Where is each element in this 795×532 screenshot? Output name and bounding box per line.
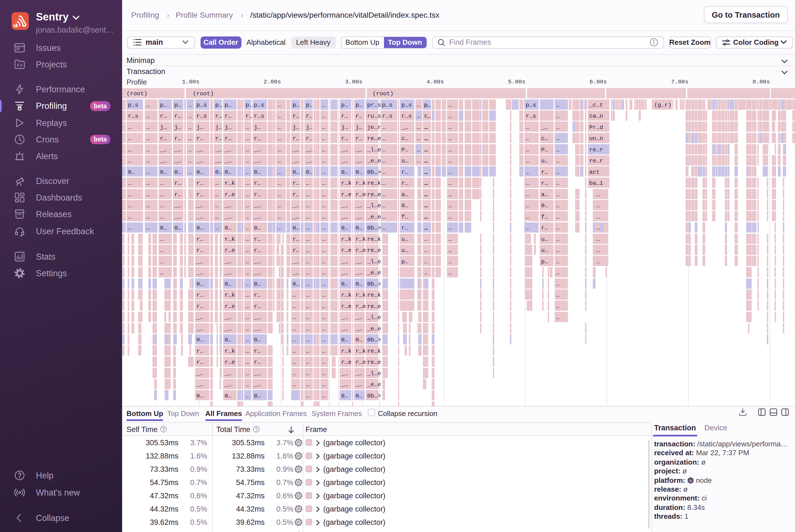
svg-text:r…k: r…k (225, 236, 235, 242)
svg-text:_e…e: _e…e (367, 157, 381, 164)
svg-text:…: … (306, 247, 309, 253)
svg-text:0…: 0… (128, 169, 135, 175)
svg-text:…: … (160, 236, 164, 242)
svg-text:…: … (292, 359, 296, 365)
svg-text:r…: r… (254, 303, 261, 309)
svg-text:…: … (322, 393, 325, 399)
svg-text:je…r: je…r (367, 124, 381, 130)
svg-text:_l…e: _l…e (367, 202, 381, 209)
svg-text:0…: 0… (306, 169, 313, 175)
svg-text:p…s: p…s (254, 102, 264, 108)
svg-text:…: … (424, 202, 428, 209)
svg-text:…: … (128, 180, 132, 186)
svg-text:…: … (424, 169, 428, 175)
svg-text:…: … (322, 213, 325, 220)
svg-text:…: … (382, 169, 385, 175)
svg-text:0…: 0… (174, 169, 181, 175)
svg-text:…: … (424, 146, 428, 153)
svg-text:r…: r… (424, 113, 431, 119)
svg-text:…: … (526, 146, 529, 153)
svg-text:…: … (556, 191, 560, 197)
svg-text:…: … (146, 213, 150, 220)
svg-text:re…e: re…e (367, 359, 381, 365)
svg-text:…: … (424, 247, 428, 253)
svg-text:r…: r… (254, 359, 261, 365)
svg-text:r…: r… (215, 135, 222, 141)
svg-text:_…: _… (224, 202, 231, 209)
svg-text:…: … (246, 325, 249, 332)
svg-text:re…r: re…r (589, 157, 603, 164)
svg-text:…: … (322, 292, 325, 298)
svg-text:…: … (306, 180, 309, 186)
svg-text:…: … (382, 180, 385, 186)
svg-text:p…s: p…s (526, 102, 536, 108)
svg-text:_…: _… (341, 325, 348, 332)
svg-text:0b…>: 0b…> (367, 225, 381, 231)
svg-text:…: … (215, 225, 219, 231)
svg-text:p…: p… (401, 258, 408, 265)
svg-text:Pr…d: Pr…d (589, 124, 603, 130)
svg-text:…: … (448, 247, 452, 253)
svg-text:u…: u… (541, 247, 548, 253)
svg-text:…: … (246, 180, 249, 186)
svg-text:…: … (160, 258, 164, 265)
svg-text:0…: 0… (174, 225, 181, 231)
svg-text:r…: r… (401, 180, 408, 186)
svg-text:0…: 0… (341, 169, 348, 175)
svg-text:…: … (128, 146, 132, 153)
svg-text:…: … (246, 337, 249, 343)
svg-text:0…: 0… (196, 169, 203, 175)
svg-text:…: … (246, 247, 249, 253)
svg-text:…: … (146, 225, 150, 231)
svg-text:…: … (448, 258, 452, 265)
svg-text:…: … (417, 146, 420, 153)
svg-text:r…: r… (196, 180, 203, 186)
svg-text:…: … (292, 325, 296, 332)
svg-text:…: … (146, 135, 150, 141)
svg-text:u…: u… (541, 236, 548, 242)
svg-text:p…: p… (356, 102, 362, 108)
svg-text:r…: r… (225, 135, 231, 141)
svg-text:_…: _… (341, 202, 348, 209)
svg-text:…: … (424, 225, 428, 231)
svg-text:0…: 0… (341, 225, 348, 231)
svg-text:…: … (424, 191, 428, 197)
svg-text:r…k: r…k (341, 180, 352, 186)
svg-text:…: … (215, 202, 219, 209)
svg-text:…: … (160, 247, 164, 253)
svg-text:0…: 0… (225, 393, 231, 399)
svg-text:p…: p… (541, 258, 548, 265)
svg-text:…: … (424, 157, 428, 164)
svg-text:r…: r… (246, 113, 252, 119)
svg-text:0…: 0… (196, 337, 203, 343)
svg-text:…: … (306, 325, 309, 332)
svg-text:P…: P… (541, 146, 548, 153)
svg-text:u…: u… (401, 236, 408, 242)
svg-text:…: … (146, 169, 150, 175)
svg-text:…: … (382, 124, 385, 130)
svg-text:r…k: r…k (341, 236, 352, 242)
svg-text:_…: _… (401, 124, 408, 130)
svg-text:…: … (424, 269, 428, 276)
svg-text:r…: r… (254, 135, 261, 141)
svg-text:_…: _… (292, 258, 299, 265)
svg-text:_…: _… (292, 202, 299, 209)
svg-text:r…: r… (196, 191, 203, 197)
svg-text:…: … (417, 102, 420, 108)
svg-text:…: … (128, 191, 132, 197)
svg-text:…: … (424, 124, 428, 130)
svg-text:…: … (424, 236, 428, 242)
svg-text:…: … (146, 180, 150, 186)
svg-text:p…: p… (341, 102, 348, 108)
svg-text:…: … (448, 102, 452, 108)
svg-text:r…k: r…k (225, 180, 235, 186)
svg-text:…: … (306, 269, 309, 276)
svg-text:re…e: re…e (367, 303, 381, 309)
svg-text:_…: _… (355, 381, 362, 387)
svg-text:r…e: r…e (225, 191, 235, 197)
svg-text:r…e: r…e (356, 247, 366, 253)
svg-text:_…: _… (355, 269, 362, 276)
svg-text:_…: _… (224, 157, 231, 164)
svg-text:…: … (306, 314, 309, 320)
svg-text:0…: 0… (541, 202, 548, 209)
